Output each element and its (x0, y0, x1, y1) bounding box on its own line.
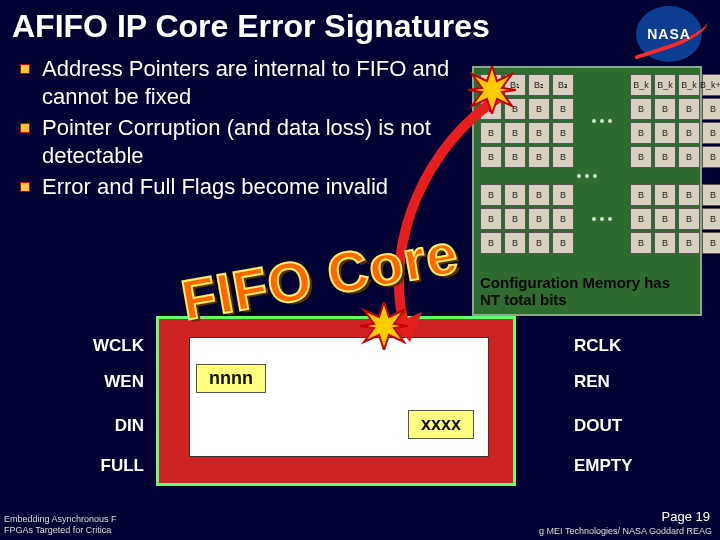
fifo-outer-box (156, 316, 516, 486)
slide-title: AFIFO IP Core Error Signatures (0, 0, 720, 49)
port-dout-label: DOUT (574, 416, 644, 436)
port-wen-label: WEN (74, 372, 144, 392)
mem-cell: B (630, 146, 652, 168)
mem-cell: B (504, 122, 526, 144)
page-label: Page (662, 509, 692, 524)
mem-cell: B_k+3 (702, 74, 720, 96)
mem-cell: B₂ (528, 74, 550, 96)
port-rclk-label: RCLK (574, 336, 644, 356)
ellipsis-icon (480, 168, 694, 184)
fifo-inner-box (189, 337, 489, 457)
bullet-text: Error and Full Flags become invalid (42, 173, 388, 201)
mem-cell: B (678, 184, 700, 206)
port-full-label: FULL (74, 456, 144, 476)
mem-cell: B (654, 208, 676, 230)
mem-cell: B (630, 98, 652, 120)
mem-cell: B (504, 184, 526, 206)
port-wclk-label: WCLK (74, 336, 144, 356)
mem-cell: B (630, 232, 652, 254)
mem-cell: B (528, 232, 550, 254)
port-din-label: DIN (74, 416, 144, 436)
mem-cell: B (528, 184, 550, 206)
mem-cell: B (504, 146, 526, 168)
page-number-value: 19 (696, 509, 710, 524)
mem-cell: B (552, 232, 574, 254)
bullet-text: Address Pointers are internal to FIFO an… (42, 55, 462, 110)
strike-starburst-icon (468, 66, 516, 114)
mem-cell: B (654, 122, 676, 144)
mem-cell: B (552, 146, 574, 168)
ellipsis-icon (592, 74, 612, 168)
mem-cell: B (654, 232, 676, 254)
mem-cell: B (678, 208, 700, 230)
footer-left-line: FPGAs Targeted for Critica (4, 525, 117, 536)
svg-marker-1 (468, 66, 516, 114)
mem-cell: B (552, 98, 574, 120)
mem-cell: B (678, 98, 700, 120)
mem-cell: B (504, 232, 526, 254)
mem-cell: B_k (630, 74, 652, 96)
mem-cell: B (552, 184, 574, 206)
mem-cell: B (480, 232, 502, 254)
mem-cell: B (654, 146, 676, 168)
ellipsis-icon (592, 184, 612, 254)
mem-cell: B_k (678, 74, 700, 96)
mem-cell: B (654, 98, 676, 120)
nasa-logo: NASA (636, 6, 706, 66)
mem-cell: B (702, 98, 720, 120)
bullet-text: Pointer Corruption (and data loss) is no… (42, 114, 462, 169)
mem-cell: B (702, 122, 720, 144)
mem-caption: Configuration Memory has NT total bits (480, 274, 694, 309)
mem-cell: B (480, 208, 502, 230)
mem-cell: B (630, 208, 652, 230)
nasa-logo-text: NASA (647, 26, 691, 42)
mem-cell: B (528, 122, 550, 144)
mem-cell: B (552, 122, 574, 144)
mem-cell: B (678, 122, 700, 144)
footer-right: g MEI Technologies/ NASA Goddard REAG (539, 526, 712, 536)
mem-cell: B (678, 232, 700, 254)
port-ren-label: REN (574, 372, 644, 392)
mem-cell: B (480, 122, 502, 144)
mem-cell: B (702, 232, 720, 254)
data-out-value: xxxx (408, 410, 474, 439)
mem-cell: B (702, 208, 720, 230)
bullet-icon (20, 123, 30, 133)
footer-left-line: Embedding Asynchronous F (4, 514, 117, 525)
mem-cell: B (504, 208, 526, 230)
mem-cell: B (480, 146, 502, 168)
mem-cell: B (630, 122, 652, 144)
mem-cell: B (678, 146, 700, 168)
mem-cell: B (654, 184, 676, 206)
bullet-icon (20, 182, 30, 192)
mem-block-bot-left: B B B B B B B B B B B B (480, 184, 574, 254)
data-in-value: nnnn (196, 364, 266, 393)
mem-cell: B (630, 184, 652, 206)
mem-cell: B (552, 208, 574, 230)
svg-marker-2 (360, 302, 408, 350)
mem-cell: B (528, 98, 550, 120)
strike-starburst-icon (360, 302, 408, 350)
mem-block-bot-right: B B B B B B B B B B B B (630, 184, 720, 254)
mem-cell: B_k (654, 74, 676, 96)
bullet-icon (20, 64, 30, 74)
mem-cell: B (702, 184, 720, 206)
fifo-block-diagram: WCLK WEN DIN FULL RCLK REN DOUT EMPTY nn… (72, 316, 632, 496)
mem-cell: B (480, 184, 502, 206)
mem-cell: B (528, 146, 550, 168)
mem-block-top-right: B_k B_k B_k B_k+3 B B B B B B B B B B B … (630, 74, 720, 168)
mem-cell: B₃ (552, 74, 574, 96)
footer-left: Embedding Asynchronous F FPGAs Targeted … (4, 514, 117, 536)
port-empty-label: EMPTY (574, 456, 644, 476)
page-number: Page 19 (662, 509, 710, 524)
mem-cell: B (528, 208, 550, 230)
mem-cell: B (702, 146, 720, 168)
